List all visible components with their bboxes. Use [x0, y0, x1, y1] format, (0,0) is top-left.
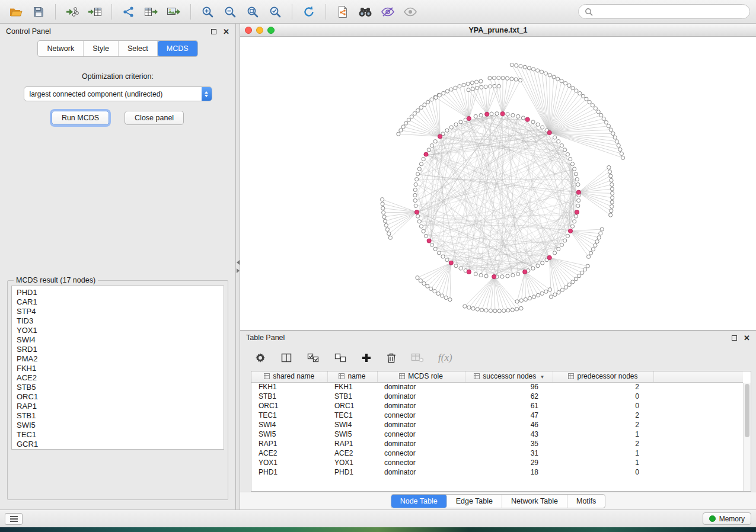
export-table-button[interactable] [141, 3, 161, 21]
table-row[interactable]: FKH1FKH1dominator962 [251, 382, 743, 392]
table-cell[interactable]: dominator [377, 401, 465, 411]
table-cell[interactable]: STB1 [327, 392, 377, 401]
table-cell[interactable]: FKH1 [251, 382, 327, 392]
table-cell[interactable]: 0 [553, 467, 653, 477]
tab-node-table[interactable]: Node Table [391, 495, 447, 508]
mcds-result-item[interactable]: ACE2 [17, 373, 224, 383]
mcds-result-item[interactable]: STB1 [17, 411, 224, 421]
network-graph[interactable] [240, 37, 756, 330]
table-cell[interactable]: dominator [377, 420, 465, 430]
table-row[interactable]: SWI4SWI4dominator462 [251, 420, 743, 430]
expand-right-icon[interactable] [237, 268, 240, 273]
table-cell[interactable]: 0 [553, 392, 653, 401]
table-cell[interactable]: PHD1 [251, 467, 327, 477]
export-network-button[interactable] [119, 3, 139, 21]
mcds-result-item[interactable]: SWI4 [17, 335, 224, 345]
mcds-result-item[interactable]: CAR1 [17, 297, 224, 307]
close-panel-button[interactable]: Close panel [125, 111, 184, 125]
table-cell[interactable]: RAP1 [251, 439, 327, 448]
table-cell[interactable]: 29 [465, 458, 553, 467]
table-scrollbar[interactable] [743, 383, 751, 491]
table-cell[interactable]: 0 [553, 401, 653, 411]
column-header-predecessor-nodes[interactable]: predecessor nodes [553, 371, 653, 382]
window-zoom-button[interactable] [267, 27, 275, 34]
apply-layout-button[interactable] [299, 3, 319, 21]
create-column-button[interactable] [361, 352, 372, 363]
export-image-button[interactable] [164, 3, 184, 21]
tab-select[interactable]: Select [119, 41, 158, 56]
table-row[interactable]: YOX1YOX1connector291 [251, 458, 743, 467]
tab-network-table[interactable]: Network Table [502, 495, 567, 508]
table-cell[interactable]: YOX1 [327, 458, 377, 467]
table-cell[interactable]: 18 [465, 467, 553, 477]
mcds-result-item[interactable]: TEC1 [17, 430, 224, 440]
table-cell[interactable]: connector [377, 458, 465, 467]
table-cell[interactable]: 2 [553, 420, 653, 430]
table-cell[interactable]: 96 [465, 382, 553, 392]
memory-button[interactable]: Memory [703, 512, 751, 525]
column-header-name[interactable]: name [327, 371, 377, 382]
table-cell[interactable]: dominator [377, 392, 465, 401]
mcds-result-item[interactable]: PHD1 [17, 288, 224, 297]
table-cell[interactable]: ACE2 [327, 448, 377, 458]
mcds-result-item[interactable]: TID3 [17, 316, 224, 326]
save-session-button[interactable] [28, 3, 49, 21]
mcds-result-item[interactable]: STP4 [17, 307, 224, 316]
table-row[interactable]: ORC1ORC1dominator610 [251, 401, 743, 411]
show-column-panel-button[interactable] [280, 352, 292, 363]
delete-table-button[interactable] [411, 352, 424, 363]
table-cell[interactable]: 31 [465, 448, 553, 458]
table-cell[interactable]: RAP1 [327, 439, 377, 448]
float-panel-icon[interactable] [211, 29, 216, 34]
window-minimize-button[interactable] [256, 27, 263, 34]
optimization-criterion-select[interactable]: largest connected component (undirected) [24, 86, 212, 101]
table-cell[interactable]: connector [377, 411, 465, 420]
table-cell[interactable]: 2 [553, 411, 653, 420]
table-cell[interactable]: FKH1 [327, 382, 377, 392]
search-input[interactable] [596, 8, 744, 16]
mcds-result-item[interactable]: RAP1 [17, 402, 224, 411]
table-cell[interactable]: STB1 [251, 392, 327, 401]
table-row[interactable]: PHD1PHD1dominator180 [251, 467, 743, 477]
tab-mcds[interactable]: MCDS [158, 41, 197, 56]
table-cell[interactable]: 46 [465, 420, 553, 430]
table-cell[interactable]: TEC1 [251, 411, 327, 420]
search-network-button[interactable] [355, 3, 375, 21]
tab-network[interactable]: Network [38, 41, 84, 56]
table-row[interactable]: SWI5SWI5connector431 [251, 430, 743, 439]
collapse-left-icon[interactable] [237, 260, 240, 265]
search-box[interactable] [578, 4, 750, 19]
network-canvas[interactable] [240, 37, 756, 330]
table-row[interactable]: STB1STB1dominator620 [251, 392, 743, 401]
mcds-result-item[interactable]: STB5 [17, 383, 224, 392]
function-builder-button[interactable]: f(x) [438, 352, 452, 364]
table-cell[interactable]: SWI4 [327, 420, 377, 430]
select-all-columns-button[interactable] [307, 352, 320, 363]
table-cell[interactable]: SWI5 [327, 430, 377, 439]
tab-edge-table[interactable]: Edge Table [447, 495, 502, 508]
table-cell[interactable]: ORC1 [327, 401, 377, 411]
task-history-button[interactable] [5, 513, 23, 525]
tab-style[interactable]: Style [84, 41, 119, 56]
column-header-successor-nodes[interactable]: successor nodes▾ [465, 371, 553, 382]
unselect-all-columns-button[interactable] [334, 352, 347, 363]
hide-graphics-details-button[interactable] [378, 3, 398, 21]
show-graphics-details-button[interactable] [400, 3, 420, 21]
table-cell[interactable]: dominator [377, 382, 465, 392]
zoom-out-button[interactable] [220, 3, 240, 21]
share-document-button[interactable] [333, 3, 353, 21]
table-cell[interactable]: 2 [553, 439, 653, 448]
table-cell[interactable]: 1 [553, 448, 653, 458]
delete-column-button[interactable] [386, 352, 397, 364]
window-close-button[interactable] [245, 27, 252, 34]
table-settings-button[interactable] [254, 352, 266, 364]
table-cell[interactable]: PHD1 [327, 467, 377, 477]
table-cell[interactable]: ACE2 [251, 448, 327, 458]
table-cell[interactable]: dominator [377, 467, 465, 477]
mcds-result-item[interactable]: GCR1 [17, 440, 224, 449]
table-scrollbar-thumb[interactable] [745, 384, 749, 437]
table-cell[interactable]: 1 [553, 458, 653, 467]
table-cell[interactable]: YOX1 [251, 458, 327, 467]
zoom-fit-button[interactable] [243, 3, 263, 21]
run-mcds-button[interactable]: Run MCDS [52, 111, 109, 125]
